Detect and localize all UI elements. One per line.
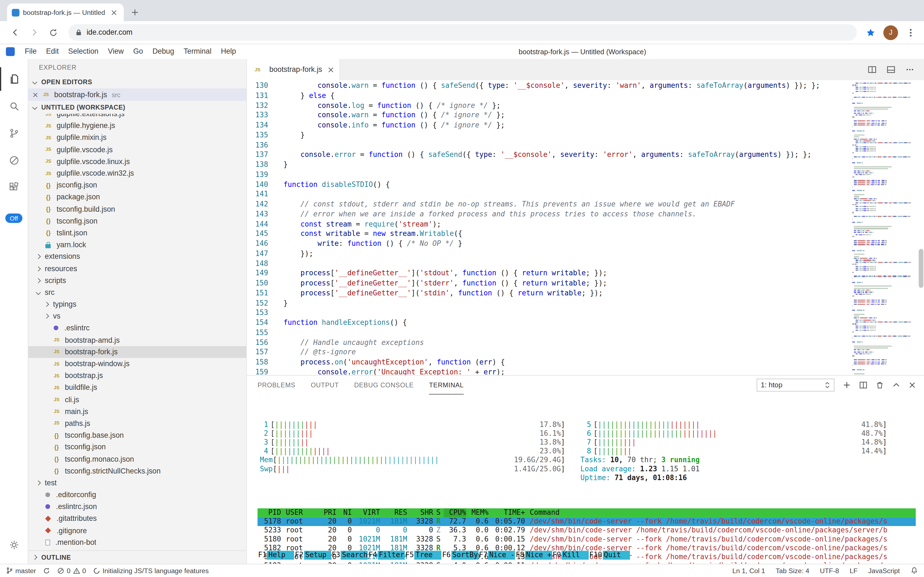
status-lf[interactable]: LF [850, 567, 858, 574]
menu-item-selection[interactable]: Selection [64, 44, 103, 59]
tree-item-tslint-json[interactable]: {}tslint.json [28, 227, 246, 239]
tree-item-bootstrap-window-js[interactable]: JSbootstrap-window.js [28, 358, 246, 370]
browser-menu-icon[interactable] [905, 29, 916, 36]
menu-item-debug[interactable]: Debug [148, 44, 179, 59]
tree-item-gitignore[interactable]: .gitignore [28, 525, 246, 537]
tree-item-paths-js[interactable]: JSpaths.js [28, 417, 246, 429]
problems-status[interactable]: 0 0 [57, 567, 86, 574]
open-editors-header[interactable]: OPEN EDITORS [28, 76, 246, 89]
json-file-icon: {} [52, 444, 61, 451]
browser-tab[interactable]: bootstrap-fork.js — Untitled (W [7, 3, 124, 21]
chevron-right-icon [44, 314, 49, 319]
tree-item-tsconfig-base-json[interactable]: {}tsconfig.base.json [28, 429, 246, 441]
more-actions-icon[interactable] [905, 65, 914, 74]
debug-icon[interactable] [0, 149, 28, 172]
tree-item-bootstrap-amd-js[interactable]: JSbootstrap-amd.js [28, 334, 246, 346]
status-utf-8[interactable]: UTF-8 [820, 567, 839, 574]
extensions-icon[interactable] [0, 176, 28, 199]
tree-item-gulpfile-mixin-js[interactable]: JSgulpfile.mixin.js [28, 132, 246, 144]
status-javascript[interactable]: JavaScript [868, 567, 900, 574]
panel-tab-output[interactable]: OUTPUT [311, 376, 339, 394]
tree-item-yarn-lock[interactable]: yarn.lock [28, 239, 246, 251]
kill-terminal-icon[interactable] [876, 381, 884, 389]
git-branch-status[interactable]: master [6, 567, 36, 575]
tree-item-vs[interactable]: vs [28, 310, 246, 322]
sync-status[interactable] [43, 567, 50, 574]
panel-tab-terminal[interactable]: TERMINAL [429, 376, 464, 394]
editor-tab-bootstrap-fork[interactable]: JS bootstrap-fork.js [247, 59, 340, 80]
tab-close-icon[interactable] [108, 7, 119, 18]
menu-item-go[interactable]: Go [129, 44, 148, 59]
tree-item-tsconfig-build-json[interactable]: {}tsconfig.build.json [28, 203, 246, 215]
tree-item-gitattributes[interactable]: .gitattributes [28, 513, 246, 524]
menu-item-help[interactable]: Help [216, 44, 241, 59]
panel-tab-problems[interactable]: PROBLEMS [257, 376, 296, 394]
tree-item-mention-bot[interactable]: .mention-bot [28, 537, 246, 548]
tree-item-gulpfile-extensions-js[interactable]: JSgulpfile.extensions.js [28, 114, 246, 120]
menu-item-file[interactable]: File [20, 44, 41, 59]
code-editor[interactable]: 130 console.warn = function () { safeSen… [247, 80, 924, 375]
split-editor-icon[interactable] [867, 65, 877, 74]
url-bar[interactable]: ide.coder.com [68, 24, 857, 41]
tree-item-typings[interactable]: typings [28, 298, 246, 310]
tree-item-gulpfile-hygiene-js[interactable]: JSgulpfile.hygiene.js [28, 120, 246, 132]
status-ln-1-col-1[interactable]: Ln 1, Col 1 [732, 567, 765, 574]
tree-item-cli-js[interactable]: JScli.js [28, 394, 246, 406]
new-tab-button[interactable] [130, 7, 140, 18]
menu-item-terminal[interactable]: Terminal [179, 44, 216, 59]
tree-item-tsconfig-json[interactable]: {}tsconfig.json [28, 215, 246, 227]
menu-item-edit[interactable]: Edit [41, 44, 63, 59]
tree-item-eslintrc[interactable]: .eslintrc [28, 322, 246, 334]
editor-tab-close-icon[interactable] [328, 67, 333, 72]
tree-item-jsconfig-json[interactable]: {}jsconfig.json [28, 179, 246, 191]
tree-item-tsconfig-strictnullchecks-json[interactable]: {}tsconfig.strictNullChecks.json [28, 465, 246, 477]
maximize-panel-icon[interactable] [892, 381, 900, 389]
terminal-select[interactable]: 1: htop [757, 379, 835, 392]
terminal[interactable]: 1[||||||||||17.8%]5[||||||||||||||||||||… [247, 395, 924, 564]
close-panel-icon[interactable] [909, 382, 916, 389]
off-badge[interactable]: Off [5, 213, 22, 223]
tree-item-resources[interactable]: resources [28, 263, 246, 274]
app-logo[interactable] [6, 47, 14, 56]
split-terminal-icon[interactable] [859, 381, 867, 389]
workspace-header[interactable]: UNTITLED (WORKSPACE) [28, 101, 246, 114]
status-tab-size-4[interactable]: Tab Size: 4 [776, 567, 809, 574]
tree-item-main-js[interactable]: JSmain.js [28, 406, 246, 417]
toggle-layout-icon[interactable] [886, 65, 896, 74]
language-status-message[interactable]: Initializing JS/TS language features [93, 567, 209, 574]
tree-item-package-json[interactable]: {}package.json [28, 191, 246, 203]
back-icon[interactable] [8, 25, 23, 40]
tree-item-tsconfig-json[interactable]: {}tsconfig.json [28, 441, 246, 453]
tree-item-test[interactable]: test [28, 477, 246, 489]
settings-gear-icon[interactable] [0, 533, 28, 557]
minimap[interactable] [852, 82, 916, 375]
tree-item-eslintrc-json[interactable]: .eslintrc.json [28, 501, 246, 513]
tree-item-scripts[interactable]: scripts [28, 274, 246, 286]
source-control-icon[interactable] [0, 121, 28, 145]
avatar[interactable]: J [883, 25, 898, 40]
explorer-icon[interactable] [0, 67, 28, 91]
outline-header[interactable]: OUTLINE [28, 550, 246, 564]
tree-item-gulpfile-vscode-js[interactable]: JSgulpfile.vscode.js [28, 144, 246, 156]
tree-item-bootstrap-js[interactable]: JSbootstrap.js [28, 370, 246, 382]
close-editor-icon[interactable] [33, 92, 38, 97]
search-icon[interactable] [0, 94, 28, 118]
editor-scrollbar[interactable] [919, 249, 924, 288]
menu-item-view[interactable]: View [103, 44, 129, 59]
bookmark-star-icon[interactable] [866, 28, 875, 37]
new-terminal-icon[interactable] [842, 381, 851, 389]
tree-item-tsconfig-monaco-json[interactable]: {}tsconfig.monaco.json [28, 453, 246, 465]
open-editor-item[interactable]: JS bootstrap-fork.js src [28, 89, 246, 101]
forward-icon[interactable] [26, 25, 42, 40]
panel-tab-debug-console[interactable]: DEBUG CONSOLE [354, 376, 414, 394]
tree-item-src[interactable]: src [28, 287, 246, 298]
notifications-bell-icon[interactable] [911, 567, 918, 575]
tree-item-gulpfile-vscode-win32-js[interactable]: JSgulpfile.vscode.win32.js [28, 168, 246, 179]
tree-item-extensions[interactable]: extensions [28, 251, 246, 263]
tree-item-buildfile-js[interactable]: JSbuildfile.js [28, 382, 246, 394]
tree-item-gulpfile-vscode-linux-js[interactable]: JSgulpfile.vscode.linux.js [28, 156, 246, 168]
tree-item-bootstrap-fork-js[interactable]: JSbootstrap-fork.js [28, 346, 246, 358]
branch-icon [6, 567, 13, 575]
reload-icon[interactable] [45, 25, 61, 40]
tree-item-editorconfig[interactable]: .editorconfig [28, 489, 246, 501]
